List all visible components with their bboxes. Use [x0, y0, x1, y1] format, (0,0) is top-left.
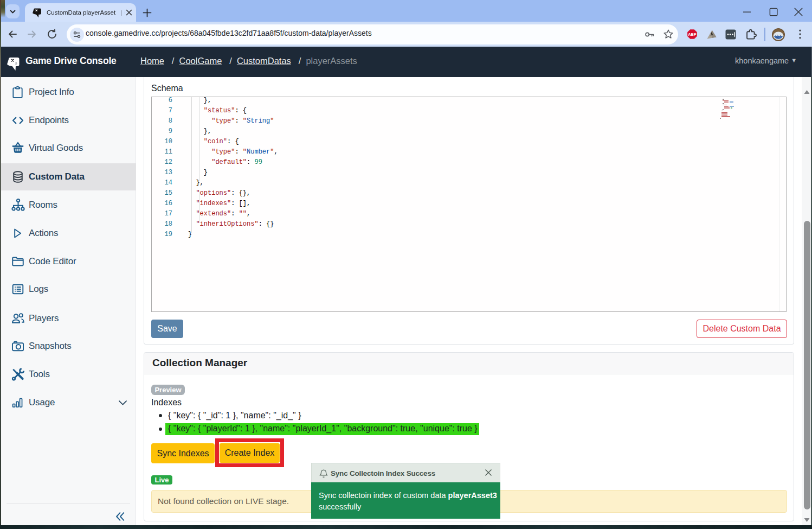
svg-text:ABP: ABP [688, 32, 697, 37]
